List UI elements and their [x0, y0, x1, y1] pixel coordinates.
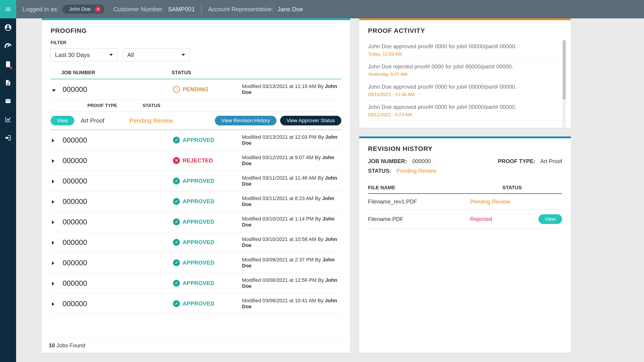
- user-chip-close[interactable]: ✕: [95, 6, 101, 12]
- proof-status: Pending Review: [130, 117, 198, 124]
- sidebar-item-account[interactable]: [0, 18, 16, 37]
- view-approver-status-button[interactable]: View Approver Status: [280, 116, 341, 125]
- activity-text: John Doe approved proof# 0000 for job# 0…: [368, 104, 562, 110]
- chevron-right-icon: [52, 177, 54, 185]
- panel-stripe: [42, 18, 350, 20]
- row-toggle[interactable]: [52, 238, 62, 246]
- file-icon: [5, 79, 11, 87]
- status-label: REJECTED: [182, 157, 213, 164]
- job-number: 000000: [62, 300, 173, 308]
- revision-filename: Filename.PDF: [368, 216, 470, 222]
- sidebar-item-dashboard[interactable]: [0, 37, 16, 55]
- row-toggle[interactable]: [52, 85, 62, 93]
- footer-text: Jobs Found: [56, 342, 85, 349]
- modified-info: Modified 03/12/2021 at 9:07 AM By John D…: [242, 155, 340, 167]
- modified-info: Modified 03/08/2021 at 10:41 AM By John …: [242, 298, 340, 310]
- view-revision-button[interactable]: View: [538, 214, 562, 224]
- sidebar: [0, 0, 16, 362]
- gauge-icon: [4, 42, 12, 50]
- sub-th-status: STATUS: [142, 103, 160, 108]
- sub-header: PROOF TYPE STATUS: [50, 100, 341, 112]
- view-proof-button[interactable]: View: [50, 116, 74, 125]
- chevron-right-icon: [52, 218, 54, 226]
- modified-info: Modified 03/13/2021 at 12:03 PM By John …: [242, 134, 340, 146]
- footer-count: 10: [49, 342, 55, 349]
- mail-icon: [4, 98, 12, 104]
- status-label: APPROVED: [182, 300, 214, 307]
- row-toggle[interactable]: [52, 197, 62, 205]
- activity-text: John Doe approved proof# 0000 for job# 0…: [368, 84, 562, 90]
- account-rep-label: Account Representative:: [208, 6, 273, 13]
- revision-filename: Filename_rev1.PDF: [368, 198, 470, 205]
- rejected-icon: ✕: [173, 157, 180, 164]
- sidebar-item-file[interactable]: [0, 73, 16, 92]
- pending-icon: [173, 86, 180, 93]
- row-toggle[interactable]: [52, 157, 62, 165]
- panel-stripe: [359, 18, 571, 20]
- chevron-right-icon: [52, 300, 54, 308]
- footer-bar: 10 Jobs Found: [42, 338, 350, 353]
- sidebar-item-reports[interactable]: [0, 110, 16, 129]
- sidebar-item-logout[interactable]: [0, 129, 16, 147]
- activity-text: John Doe approved proof# 0000 for job# 0…: [368, 43, 562, 50]
- status-label: APPROVED: [182, 260, 214, 266]
- rev-th-file: FILE NAME: [368, 185, 502, 191]
- job-number: 000000: [62, 197, 173, 206]
- filter-status-select[interactable]: All: [123, 48, 190, 61]
- rev-status: Pending Review: [396, 168, 436, 174]
- revision-status: Pending Review: [470, 198, 530, 205]
- job-number: 000000: [62, 259, 173, 267]
- job-row: 000000 ✓ APPROVED Modified 03/10/2021 at…: [50, 232, 341, 253]
- approved-icon: ✓: [173, 300, 180, 307]
- scrollbar[interactable]: [562, 40, 566, 130]
- approved-icon: ✓: [173, 198, 180, 205]
- chevron-right-icon: [52, 259, 54, 267]
- filter-time-select[interactable]: Last 30 Days: [50, 48, 117, 61]
- job-row-expanded: 000000 PENDING Modified 03/13/2021 at: [50, 79, 341, 100]
- chevron-right-icon: [52, 197, 54, 205]
- status-label: APPROVED: [182, 280, 214, 286]
- activity-item: John Doe rejected proof# 0000 for job# 0…: [368, 60, 562, 80]
- row-toggle[interactable]: [52, 136, 62, 144]
- customer-number: SAMP001: [168, 6, 195, 13]
- chevron-right-icon: [52, 279, 54, 287]
- user-chip: John Doe ✕: [62, 4, 104, 14]
- approved-icon: ✓: [173, 178, 180, 184]
- modified-info: Modified 03/09/2021 at 2:37 PM By John D…: [242, 257, 340, 269]
- chevron-right-icon: [52, 238, 54, 246]
- row-toggle[interactable]: [52, 177, 62, 185]
- status-label: APPROVED: [182, 239, 214, 246]
- proofing-title: PROOFING: [50, 27, 341, 34]
- approved-icon: ✓: [173, 259, 180, 266]
- modified-info: Modified 03/10/2021 at 1:14 PM By John D…: [242, 216, 340, 228]
- row-toggle[interactable]: [52, 259, 62, 267]
- approved-icon: ✓: [173, 218, 180, 225]
- job-row: 000000 ✓ APPROVED Modified 03/11/2021 at…: [50, 171, 341, 191]
- account-rep: Jane Doe: [278, 6, 303, 13]
- chevron-down-icon: [52, 85, 56, 93]
- row-toggle[interactable]: [52, 218, 62, 226]
- job-row: 000000 ✓ APPROVED Modified 03/08/2021 at…: [50, 294, 341, 314]
- row-toggle[interactable]: [52, 300, 62, 308]
- customer-number-label: Customer Number:: [113, 6, 164, 13]
- job-row: 000000 ✓ APPROVED Modified 03/08/2021 at…: [50, 273, 341, 294]
- job-row: 000000 ✓ APPROVED Modified 03/10/2021 at…: [50, 212, 341, 232]
- approved-icon: ✓: [173, 280, 180, 287]
- row-toggle[interactable]: [52, 279, 62, 287]
- job-number: 000000: [62, 85, 173, 94]
- scrollbar-thumb[interactable]: [562, 40, 566, 100]
- view-revision-history-button[interactable]: View Revision History: [215, 116, 276, 125]
- job-number: 000000: [62, 157, 173, 165]
- sidebar-item-mail[interactable]: [0, 92, 16, 110]
- sidebar-toggle[interactable]: [0, 0, 16, 18]
- job-row: 000000 ✓ APPROVED Modified 03/13/2021 at…: [50, 130, 341, 151]
- approved-icon: ✓: [173, 137, 180, 144]
- approved-icon: ✓: [173, 239, 180, 246]
- modified-info: Modified 03/11/2021 at 8:23 AM By John D…: [242, 195, 340, 207]
- rev-prooftype-label: PROOF TYPE:: [498, 158, 536, 164]
- topbar: Logged in as: John Doe ✕ Customer Number…: [16, 0, 644, 18]
- activity-time: Today, 12:03 AM: [368, 51, 562, 57]
- sidebar-item-clipboard[interactable]: [0, 55, 16, 73]
- chevron-right-icon: [52, 136, 54, 144]
- chart-line-icon: [4, 116, 12, 123]
